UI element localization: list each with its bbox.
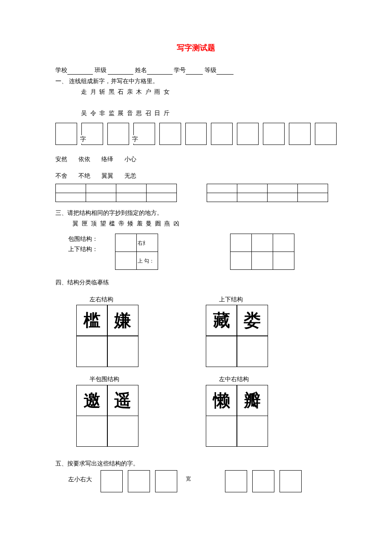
- word: 安然: [55, 155, 67, 164]
- q2-row2: 不舍 不绝 翼翼 无恙: [55, 172, 337, 180]
- answer-box[interactable]: [315, 123, 337, 145]
- practice-grid[interactable]: 懒 瓣: [206, 385, 268, 447]
- answer-box[interactable]: [185, 123, 207, 145]
- word: 不舍: [55, 172, 67, 180]
- school-label: 学校: [55, 67, 67, 73]
- struct-label: 左中右结构: [185, 375, 268, 384]
- q5-boxes-left: [101, 470, 177, 492]
- word: 络绎: [101, 155, 113, 164]
- q2-row1: 安然 依依 络绎 小心: [55, 155, 337, 164]
- practice-block: 左右结构 槛 嫌: [55, 295, 138, 367]
- sample-char: 藏: [206, 305, 237, 336]
- answer-box[interactable]: [101, 470, 123, 492]
- q3-heading: 三、请把结构相同的字抄到指定的地方。: [55, 209, 337, 217]
- answer-box[interactable]: [159, 123, 181, 145]
- answer-box[interactable]: [55, 123, 77, 145]
- answer-box[interactable]: [289, 123, 311, 145]
- word: 不绝: [78, 172, 90, 180]
- q4-row2: 半包围结构 邀 遥 左中右结构 懒 瓣: [55, 375, 337, 447]
- answer-box[interactable]: 字: [133, 123, 155, 145]
- q1-row1: 走 月 斩 黑 石 亲 木 户 雨 女: [55, 88, 337, 96]
- q5-row: 左小右大 宽: [55, 470, 337, 492]
- practice-block: 左中右结构 懒 瓣: [185, 375, 268, 447]
- name-label: 姓名: [135, 67, 147, 73]
- sample-char: 槛: [76, 305, 108, 336]
- q4-heading: 四、结构分类临摹练: [55, 278, 337, 287]
- answer-box[interactable]: [128, 470, 150, 492]
- word: 翼翼: [101, 172, 113, 180]
- q5-boxes-right: [225, 470, 302, 492]
- id-label: 学号: [174, 67, 186, 73]
- shangxia-label: 上下结构：: [68, 244, 98, 254]
- grid-hint: 上 勾：: [136, 251, 158, 270]
- sample-char: 瓣: [236, 385, 268, 416]
- sample-char: 遥: [107, 385, 138, 416]
- q5-hint: 宽: [186, 470, 191, 483]
- answer-grid[interactable]: 右纟 上 勾：: [115, 234, 158, 270]
- q3-struct: 包围结构： 上下结构： 右纟 上 勾：: [55, 234, 337, 270]
- struct-label: 上下结构: [185, 295, 268, 304]
- sample-char: 嫌: [107, 305, 138, 336]
- q3-chars: 翼 匣 顶 望 槛 帝 矮 羞 曼 囫 燕 凶: [55, 220, 337, 228]
- school-blank[interactable]: [67, 68, 93, 75]
- sample-char: 邀: [76, 385, 108, 416]
- q5-label: 左小右大: [55, 470, 92, 484]
- class-blank[interactable]: [108, 68, 133, 75]
- practice-grid[interactable]: 槛 嫌: [77, 305, 138, 367]
- struct-label: 左右结构: [55, 295, 138, 304]
- baowei-label: 包围结构：: [68, 234, 98, 244]
- answer-box[interactable]: [107, 123, 129, 145]
- sample-char: 懒: [206, 385, 237, 416]
- answer-box[interactable]: [280, 470, 302, 492]
- struct-label: 半包围结构: [55, 375, 138, 384]
- grade-blank[interactable]: [216, 68, 233, 75]
- word: 小心: [124, 155, 136, 164]
- name-blank[interactable]: [147, 68, 173, 75]
- answer-box[interactable]: [225, 470, 247, 492]
- box-hint: 字: [132, 135, 138, 144]
- q1-boxes: 字 字: [55, 123, 337, 145]
- word: 依依: [78, 155, 90, 164]
- answer-box[interactable]: [155, 470, 177, 492]
- practice-grid[interactable]: 邀 遥: [77, 385, 138, 447]
- student-info-line: 学校 班级 姓名 学号 等级: [55, 66, 337, 75]
- q1-heading: 一、 连线组成新字，并写在中方格里。: [55, 77, 337, 86]
- box-hint: 字: [80, 135, 86, 144]
- class-label: 班级: [95, 67, 107, 73]
- answer-box[interactable]: [211, 123, 233, 145]
- answer-box[interactable]: [263, 123, 285, 145]
- answer-table[interactable]: [207, 184, 328, 202]
- answer-box[interactable]: [252, 470, 274, 492]
- page-title: 写字测试题: [55, 43, 337, 53]
- grid-hint: 右纟: [136, 234, 158, 252]
- q5-heading: 五、按要求写出这些结构的字。: [55, 460, 337, 468]
- q2-tables: [55, 182, 337, 202]
- grade-label: 等级: [205, 67, 216, 73]
- q1-row2: 吴 令 非 监 展 音 思 召 日 斤: [55, 109, 337, 118]
- q4-row1: 左右结构 槛 嫌 上下结构 藏 娄: [55, 295, 337, 367]
- answer-table[interactable]: [55, 184, 177, 202]
- answer-box[interactable]: [237, 123, 259, 145]
- word: 无恙: [124, 172, 136, 180]
- answer-box[interactable]: 字: [81, 123, 103, 145]
- answer-grid[interactable]: [230, 234, 294, 270]
- practice-grid[interactable]: 藏 娄: [206, 305, 268, 367]
- practice-block: 半包围结构 邀 遥: [55, 375, 138, 447]
- sample-char: 娄: [236, 305, 268, 336]
- id-blank[interactable]: [186, 68, 203, 75]
- q3-labels: 包围结构： 上下结构：: [55, 234, 98, 254]
- practice-block: 上下结构 藏 娄: [185, 295, 268, 367]
